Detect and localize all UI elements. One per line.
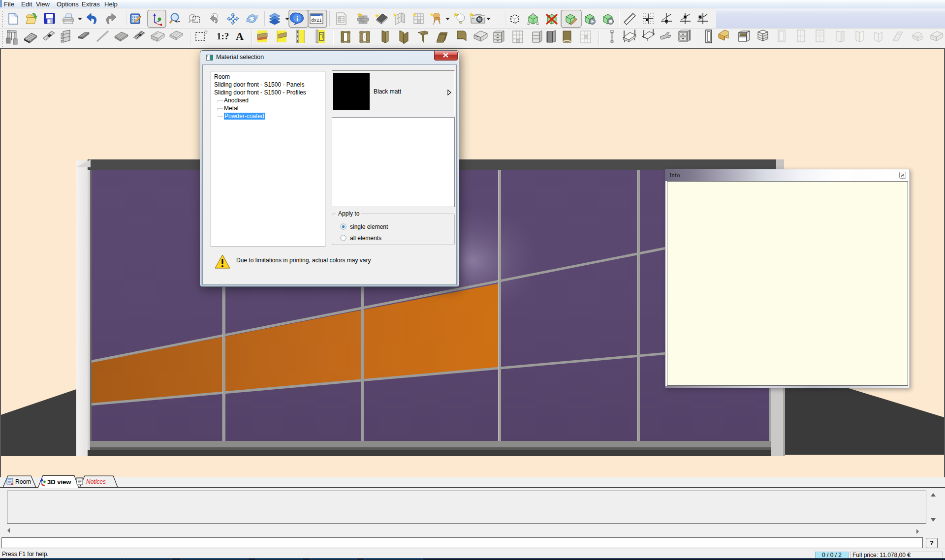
svg-text:Notices: Notices — [86, 478, 106, 485]
svg-text:3D view: 3D view — [47, 478, 71, 486]
svg-text:dx2I: dx2I — [311, 18, 322, 23]
svg-text:1:?: 1:? — [217, 31, 229, 41]
svg-text:A: A — [236, 30, 244, 42]
svg-text:i: i — [296, 15, 298, 23]
svg-text:Room: Room — [15, 478, 31, 485]
